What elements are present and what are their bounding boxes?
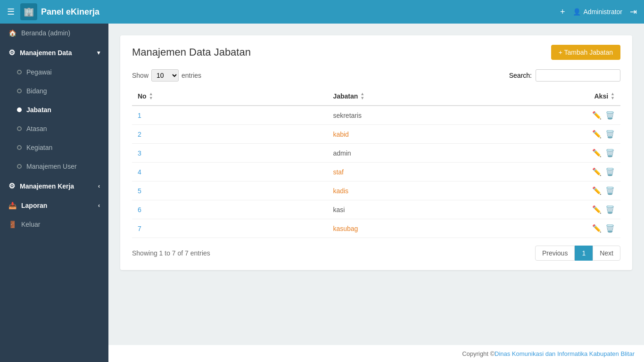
chevron-left-icon: ‹ [98, 202, 100, 209]
brand-name: Panel eKinerja [41, 7, 99, 17]
sidebar-item-keluar[interactable]: 🚪 Keluar [0, 215, 108, 234]
gear-icon: ⚙ [8, 181, 15, 190]
sidebar-section-laporan[interactable]: 📥 Laporan ‹ [0, 196, 108, 215]
edit-button[interactable]: ✏️ [592, 130, 602, 139]
sidebar-item-label: Pegawai [26, 68, 52, 76]
sidebar-item-bidang[interactable]: Bidang [0, 82, 108, 100]
circle-icon [17, 126, 22, 131]
table-row: 2kabid ✏️ 🗑️ [132, 125, 620, 144]
cell-no: 7 [132, 219, 327, 238]
show-entries: Show 10 25 50 100 entries [132, 69, 201, 82]
cell-aksi: ✏️ 🗑️ [523, 106, 620, 125]
table-controls: Show 10 25 50 100 entries Search: [132, 69, 620, 82]
section-left: ⚙ Manajemen Data [8, 48, 72, 57]
page-header: Manajemen Data Jabatan + Tambah Jabatan [132, 45, 620, 60]
cell-jabatan: sekretaris [327, 106, 522, 125]
delete-button[interactable]: 🗑️ [605, 148, 615, 157]
sidebar-item-label: Keluar [21, 221, 40, 228]
cell-jabatan: kabid [327, 125, 522, 144]
table-row: 3admin ✏️ 🗑️ [132, 144, 620, 163]
section-label: Laporan [21, 202, 47, 209]
delete-button[interactable]: 🗑️ [605, 186, 615, 195]
col-aksi: Aksi ▲▼ [523, 87, 620, 106]
sidebar-item-beranda[interactable]: 🏠 Beranda (admin) [0, 24, 108, 42]
table-header-row: No ▲▼ Jabatan ▲▼ Aksi ▲▼ [132, 87, 620, 106]
table-row: 1sekretaris ✏️ 🗑️ [132, 106, 620, 125]
delete-button[interactable]: 🗑️ [605, 111, 615, 120]
circle-icon-active [17, 107, 22, 112]
cell-aksi: ✏️ 🗑️ [523, 144, 620, 163]
hamburger-icon[interactable]: ☰ [7, 7, 15, 17]
cell-jabatan: kasi [327, 200, 522, 219]
sidebar-item-label: Atasan [26, 125, 47, 132]
edit-button[interactable]: ✏️ [592, 186, 602, 195]
add-nav-icon[interactable]: + [560, 7, 565, 17]
brand-icon: 🏢 [20, 3, 37, 20]
sidebar-item-label: Kegiatan [26, 144, 52, 151]
edit-button[interactable]: ✏️ [592, 148, 602, 157]
edit-button[interactable]: ✏️ [592, 111, 602, 120]
cell-no: 1 [132, 106, 327, 125]
sidebar-item-atasan[interactable]: Atasan [0, 119, 108, 138]
entries-select[interactable]: 10 25 50 100 [151, 69, 179, 82]
edit-button[interactable]: ✏️ [592, 224, 602, 233]
table-row: 7kasubag ✏️ 🗑️ [132, 219, 620, 238]
top-navbar: ☰ 🏢 Panel eKinerja + 👤 Administrator ⇥ [0, 0, 644, 24]
download-icon: 📥 [8, 202, 17, 209]
navbar-right: + 👤 Administrator ⇥ [560, 7, 637, 17]
edit-button[interactable]: ✏️ [592, 167, 602, 176]
section-left: 📥 Laporan [8, 202, 47, 209]
sort-icon-no: ▲▼ [149, 92, 153, 100]
entries-label: entries [182, 72, 201, 79]
circle-icon [17, 145, 22, 150]
delete-button[interactable]: 🗑️ [605, 167, 615, 176]
page-title: Manajemen Data Jabatan [132, 46, 251, 58]
user-icon: 👤 [573, 8, 581, 16]
sidebar: 🏠 Beranda (admin) ⚙ Manajemen Data ▾ Peg… [0, 24, 108, 362]
next-button[interactable]: Next [593, 246, 620, 261]
cell-no: 5 [132, 181, 327, 200]
page-1-button[interactable]: 1 [575, 246, 593, 261]
section-label: Manajemen Kerja [20, 182, 74, 190]
exit-icon: 🚪 [8, 221, 17, 228]
showing-text: Showing 1 to 7 of 7 entries [132, 249, 210, 257]
section-label: Manajemen Data [20, 49, 72, 57]
circle-icon [17, 70, 22, 74]
sidebar-item-kegiatan[interactable]: Kegiatan [0, 138, 108, 157]
table-row: 4staf ✏️ 🗑️ [132, 163, 620, 181]
cell-no: 2 [132, 125, 327, 144]
sort-icon-aksi: ▲▼ [611, 92, 615, 100]
cell-no: 4 [132, 163, 327, 181]
sidebar-item-manajemen-user[interactable]: Manajemen User [0, 157, 108, 176]
sidebar-item-label: Bidang [26, 87, 47, 95]
footer-link[interactable]: Dinas Komunikasi dan Informatika Kabupat… [495, 350, 635, 357]
cell-aksi: ✏️ 🗑️ [523, 219, 620, 238]
table-body: 1sekretaris ✏️ 🗑️ 2kabid ✏️ 🗑️ 3admin ✏️… [132, 106, 620, 238]
col-no: No ▲▼ [132, 87, 327, 106]
sidebar-item-label: Jabatan [26, 106, 51, 114]
sidebar-section-manajemen-kerja[interactable]: ⚙ Manajemen Kerja ‹ [0, 176, 108, 196]
circle-icon [17, 164, 22, 169]
cell-aksi: ✏️ 🗑️ [523, 163, 620, 181]
brand: 🏢 Panel eKinerja [20, 3, 99, 20]
logout-icon[interactable]: ⇥ [630, 7, 637, 17]
sidebar-section-manajemen-data[interactable]: ⚙ Manajemen Data ▾ [0, 42, 108, 63]
circle-icon [17, 89, 22, 93]
pagination: Previous 1 Next [535, 246, 620, 261]
sidebar-item-pegawai[interactable]: Pegawai [0, 63, 108, 82]
sidebar-item-jabatan[interactable]: Jabatan [0, 100, 108, 119]
delete-button[interactable]: 🗑️ [605, 205, 615, 214]
section-left: ⚙ Manajemen Kerja [8, 181, 74, 190]
add-jabatan-button[interactable]: + Tambah Jabatan [551, 45, 620, 60]
previous-button[interactable]: Previous [535, 246, 575, 261]
edit-button[interactable]: ✏️ [592, 205, 602, 214]
col-jabatan: Jabatan ▲▼ [327, 87, 522, 106]
page-card: Manajemen Data Jabatan + Tambah Jabatan … [120, 35, 632, 270]
delete-button[interactable]: 🗑️ [605, 130, 615, 139]
cell-aksi: ✏️ 🗑️ [523, 125, 620, 144]
sidebar-item-label: Beranda (admin) [21, 29, 70, 37]
cell-no: 3 [132, 144, 327, 163]
delete-button[interactable]: 🗑️ [605, 224, 615, 233]
search-input[interactable] [536, 69, 620, 82]
cell-jabatan: kadis [327, 181, 522, 200]
